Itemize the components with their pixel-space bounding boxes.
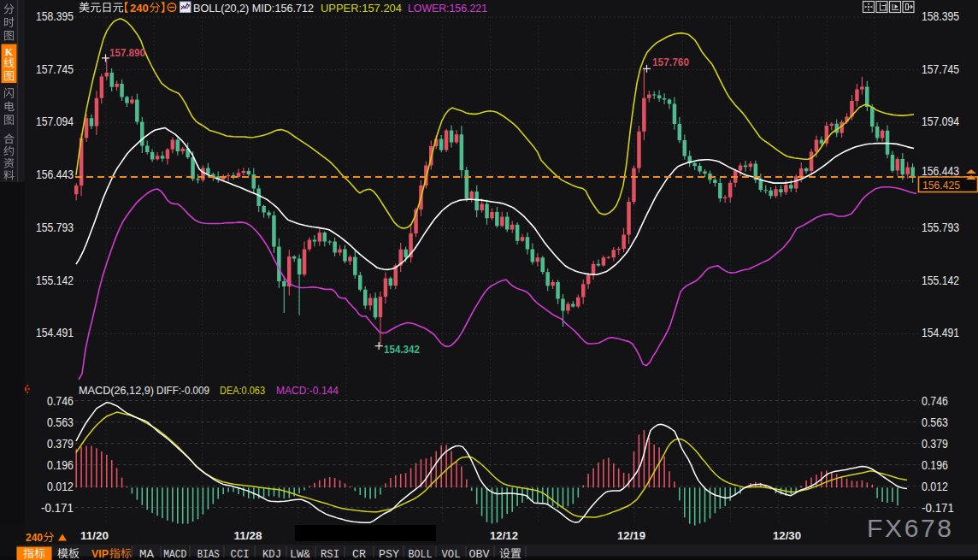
- svg-text:MACD(26,12,9): MACD(26,12,9): [79, 384, 154, 397]
- svg-text:157.745: 157.745: [36, 62, 74, 76]
- svg-text:K: K: [5, 46, 14, 58]
- svg-text:MACD:-0.144: MACD:-0.144: [276, 384, 339, 397]
- svg-text:0.746: 0.746: [922, 394, 948, 408]
- svg-text:VIP: VIP: [91, 548, 109, 560]
- svg-text:0.746: 0.746: [47, 394, 74, 408]
- svg-text:BOLL: BOLL: [409, 549, 433, 560]
- svg-text:155.793: 155.793: [922, 221, 959, 234]
- svg-text:156.443: 156.443: [922, 164, 959, 178]
- svg-text:11/20: 11/20: [80, 530, 109, 542]
- svg-text:154.342: 154.342: [384, 343, 420, 356]
- svg-text:-0.171: -0.171: [922, 501, 954, 515]
- svg-text:158.395: 158.395: [922, 9, 959, 23]
- svg-text:154.491: 154.491: [36, 326, 74, 339]
- svg-text:BIAS: BIAS: [197, 549, 220, 560]
- svg-text:DIFF:-0.009: DIFF:-0.009: [156, 384, 209, 397]
- svg-text:155.142: 155.142: [36, 274, 74, 287]
- svg-text:0.196: 0.196: [47, 458, 74, 472]
- svg-text:VOL: VOL: [442, 549, 461, 560]
- svg-text:157.890: 157.890: [109, 46, 145, 59]
- svg-text:CR: CR: [352, 549, 367, 560]
- svg-text:PSY: PSY: [379, 549, 400, 560]
- svg-text:DEA:0.063: DEA:0.063: [220, 384, 265, 397]
- svg-text:0.196: 0.196: [922, 458, 948, 472]
- svg-text:157.094: 157.094: [922, 115, 959, 128]
- svg-text:0.563: 0.563: [922, 416, 948, 429]
- svg-text:BOLL(20,2) MID:156.712: BOLL(20,2) MID:156.712: [193, 2, 314, 15]
- svg-text:0.379: 0.379: [922, 437, 948, 451]
- svg-text:155.793: 155.793: [36, 221, 74, 234]
- svg-text:158.395: 158.395: [36, 9, 74, 23]
- svg-text:0.012: 0.012: [922, 480, 948, 493]
- svg-text:MACD: MACD: [163, 549, 186, 560]
- svg-text:LW&: LW&: [290, 549, 311, 560]
- svg-text:CCI: CCI: [231, 549, 250, 560]
- svg-text:0.379: 0.379: [47, 437, 74, 451]
- svg-text:240: 240: [130, 2, 149, 15]
- svg-text:157.745: 157.745: [922, 62, 959, 76]
- svg-text:OBV: OBV: [469, 549, 491, 560]
- svg-text:0.012: 0.012: [47, 480, 74, 493]
- svg-text:-0.171: -0.171: [41, 501, 74, 515]
- svg-text:11/28: 11/28: [234, 530, 262, 542]
- svg-text:12/30: 12/30: [773, 530, 801, 542]
- svg-text:157.094: 157.094: [36, 115, 74, 128]
- svg-text:12/12: 12/12: [490, 530, 518, 542]
- svg-text:UPPER:157.204: UPPER:157.204: [321, 2, 402, 15]
- svg-text:12/19: 12/19: [617, 530, 645, 542]
- svg-text:156.425: 156.425: [922, 179, 960, 192]
- svg-text:154.491: 154.491: [922, 326, 959, 339]
- svg-text:FX678: FX678: [867, 514, 951, 542]
- svg-text:RSI: RSI: [321, 549, 339, 560]
- svg-text:LOWER:156.221: LOWER:156.221: [408, 2, 487, 15]
- svg-text:157.760: 157.760: [652, 56, 689, 68]
- svg-text:KDJ: KDJ: [262, 549, 281, 560]
- svg-text:240: 240: [26, 531, 43, 544]
- svg-text:MA: MA: [139, 549, 155, 560]
- svg-text:0.563: 0.563: [47, 416, 74, 429]
- svg-text:156.443: 156.443: [36, 168, 74, 181]
- svg-text:155.142: 155.142: [922, 274, 959, 287]
